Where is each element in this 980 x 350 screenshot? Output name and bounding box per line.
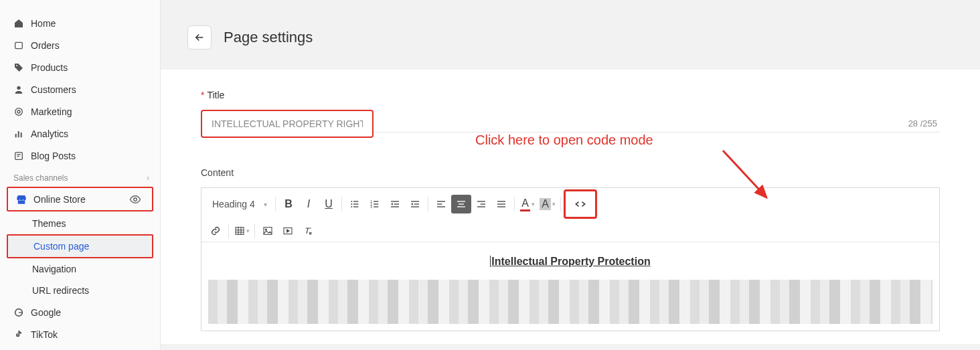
sidebar-item-blogposts[interactable]: Blog Posts	[0, 145, 160, 167]
sidebar-item-marketing[interactable]: Marketing	[0, 100, 160, 122]
svg-rect-7	[21, 133, 22, 137]
svg-rect-37	[477, 206, 485, 207]
bold-button[interactable]: B	[278, 195, 299, 213]
svg-rect-33	[459, 203, 464, 204]
editor-toolbar: Heading 4 ▾ B I U 123 A▾ A▾	[201, 188, 939, 242]
bars-icon	[11, 128, 27, 139]
sidebar-item-label: URL redirects	[32, 285, 89, 296]
outdent-button[interactable]	[385, 195, 405, 213]
sidebar-item-tiktok[interactable]: TikTok	[0, 323, 160, 345]
separator	[560, 197, 561, 211]
char-counter: 28 /255	[908, 118, 937, 128]
tag-icon	[11, 62, 27, 73]
clear-formatting-button[interactable]	[298, 222, 318, 240]
sidebar-item-home[interactable]: Home	[0, 12, 160, 34]
align-center-button[interactable]	[451, 195, 471, 213]
sidebar-item-orders[interactable]: Orders	[0, 34, 160, 56]
heading-select[interactable]: Heading 4 ▾	[206, 195, 272, 213]
separator	[275, 197, 276, 211]
svg-point-2	[17, 86, 20, 89]
underline-button[interactable]: U	[319, 195, 339, 213]
annotation-box-title-input	[201, 110, 374, 138]
svg-rect-21	[374, 203, 378, 204]
highlight-color-button[interactable]: A▾	[538, 195, 558, 213]
svg-point-3	[15, 108, 23, 115]
sidebar-sub-custom-page[interactable]: Custom page	[8, 236, 152, 257]
sidebar-item-customers[interactable]: Customers	[0, 78, 160, 100]
sidebar-item-label: Online Store	[33, 194, 86, 205]
svg-rect-28	[411, 206, 419, 207]
svg-rect-5	[15, 134, 17, 137]
chevron-down-icon: ▾	[264, 201, 267, 208]
sidebar-sub-themes[interactable]: Themes	[0, 213, 160, 234]
home-icon	[11, 18, 27, 29]
separator	[228, 224, 229, 238]
numbered-list-button[interactable]: 123	[365, 195, 385, 213]
arrow-left-icon	[193, 31, 206, 43]
blog-icon	[11, 151, 27, 161]
settings-card: *Title 28 /255 Content Heading 4 ▾ B I U	[161, 70, 980, 344]
svg-point-12	[351, 203, 352, 205]
indent-button[interactable]	[405, 195, 425, 213]
text-color-button[interactable]: A▾	[517, 195, 538, 213]
link-button[interactable]	[206, 222, 226, 240]
sidebar-item-google[interactable]: Google	[0, 301, 160, 323]
italic-button[interactable]: I	[299, 195, 319, 213]
svg-point-9	[134, 197, 137, 201]
sidebar-sub-navigation[interactable]: Navigation	[0, 258, 160, 280]
main-area: Page settings *Title 28 /255 Content Hea…	[161, 0, 980, 350]
video-button[interactable]	[278, 222, 298, 240]
svg-point-4	[17, 110, 20, 113]
page-header: Page settings	[161, 0, 980, 50]
sidebar-item-label: Analytics	[31, 128, 68, 139]
title-input[interactable]	[202, 111, 372, 137]
eye-icon[interactable]	[129, 193, 141, 205]
sidebar-section-sales-channels[interactable]: Sales channels ›	[0, 167, 160, 187]
editor-body[interactable]: Intellectual Property Protection	[201, 242, 939, 331]
sidebar-item-label: Home	[31, 18, 56, 29]
sidebar-section-label: Sales channels	[13, 173, 68, 183]
svg-rect-24	[394, 203, 399, 204]
separator	[514, 197, 515, 211]
svg-rect-14	[353, 201, 358, 201]
svg-point-1	[16, 65, 17, 66]
sidebar-item-label: Orders	[31, 40, 60, 51]
svg-rect-34	[457, 206, 465, 207]
svg-rect-6	[18, 131, 19, 137]
svg-rect-25	[391, 206, 399, 207]
svg-rect-22	[374, 206, 378, 207]
svg-rect-38	[497, 201, 505, 201]
back-button[interactable]	[187, 25, 212, 50]
align-left-button[interactable]	[431, 195, 451, 213]
person-icon	[11, 84, 27, 95]
svg-rect-31	[437, 206, 445, 207]
svg-text:3: 3	[370, 205, 372, 209]
sidebar-item-analytics[interactable]: Analytics	[0, 122, 160, 145]
sidebar-item-label: TikTok	[31, 329, 58, 340]
chevron-down-icon: ▾	[532, 201, 535, 207]
tiktok-icon	[11, 329, 27, 340]
rich-text-editor: Heading 4 ▾ B I U 123 A▾ A▾	[201, 187, 940, 331]
orders-icon	[11, 40, 27, 51]
annotation-box-custom-page: Custom page	[7, 234, 153, 258]
sidebar-item-label: Themes	[32, 218, 66, 229]
sidebar-item-label: Customers	[31, 84, 76, 95]
sidebar-item-products[interactable]: Products	[0, 56, 160, 78]
code-mode-button[interactable]	[570, 195, 590, 213]
sidebar-item-online-store[interactable]: Online Store	[8, 188, 152, 210]
table-button[interactable]: ▾	[232, 222, 252, 240]
svg-rect-30	[437, 203, 442, 204]
svg-rect-39	[497, 203, 505, 204]
image-button[interactable]	[258, 222, 278, 240]
redacted-content	[208, 280, 932, 324]
title-field-label: *Title	[201, 90, 940, 100]
align-justify-button[interactable]	[491, 195, 511, 213]
separator	[254, 224, 255, 238]
content-field-label: Content	[201, 167, 940, 178]
chevron-down-icon: ▾	[552, 201, 556, 207]
sidebar-sub-url-redirects[interactable]: URL redirects	[0, 280, 160, 301]
align-right-button[interactable]	[471, 195, 491, 213]
bullet-list-button[interactable]	[345, 195, 365, 213]
separator	[428, 197, 428, 211]
chevron-down-icon: ▾	[246, 228, 250, 234]
